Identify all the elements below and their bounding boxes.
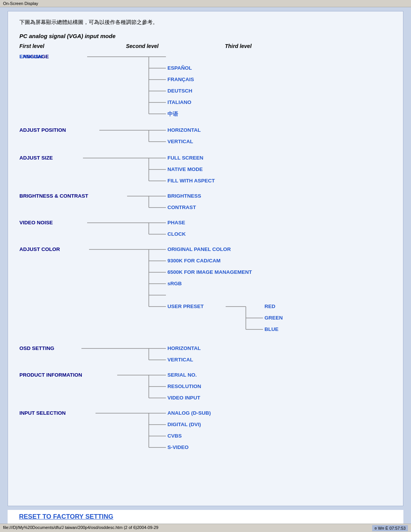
label-serial-no: SERIAL NO. (167, 372, 197, 378)
label-espanol: ESPAÑOL (167, 65, 192, 71)
label-green: GREEN (264, 315, 283, 321)
label-deutsch: DEUTSCH (167, 88, 192, 94)
intro-text: 下圖為屏幕顯示總體結構圖，可為以後作各種調節之參考。 (19, 19, 392, 26)
label-digital-dvi: DIGITAL (DVI) (167, 422, 201, 427)
label-product-info: PRODUCT INFORMATION (19, 372, 82, 378)
label-cvbs: CVBS (167, 433, 182, 439)
label-analog-dsub: ANALOG (D-SUB) (167, 410, 211, 416)
status-info: ¤ W¤ È 07:57:53 (372, 525, 408, 531)
label-contrast: CONTRAST (167, 204, 196, 210)
label-osd-setting: OSD SETTING (19, 345, 54, 351)
label-brightness: BRIGHTNESS (167, 193, 201, 199)
label-horizontal-pos: HORIZONTAL (167, 127, 201, 133)
label-chinese: 中语 (167, 111, 178, 118)
statusbar: file:///D|/My%20Documents/dfu/J taiwan/2… (0, 524, 411, 532)
label-vertical-pos: VERTICAL (167, 139, 193, 144)
main-content: 下圖為屏幕顯示總體結構圖，可為以後作各種調節之參考。 PC analog sig… (8, 11, 403, 506)
titlebar: On-Screen Display (0, 0, 411, 7)
label-blue: BLUE (264, 326, 279, 332)
label-phase: PHASE (167, 220, 185, 225)
status-url: file:///D|/My%20Documents/dfu/J taiwan/2… (3, 525, 158, 531)
header-first: First level (19, 43, 126, 49)
label-brightness-contrast: BRIGHTNESS & CONTRAST (19, 193, 88, 199)
section-title: PC analog signal (VGA) input mode (19, 33, 392, 39)
label-native-mode: NATIVE MODE (167, 166, 203, 172)
label-italiano: ITALIANO (167, 99, 191, 105)
label-vertical-osd: VERTICAL (167, 357, 193, 363)
label-english: ENGLISH (19, 54, 42, 59)
label-resolution: RESOLUTION (167, 383, 201, 389)
label-6500k: 6500K FOR IMAGE MANAGEMENT (167, 269, 252, 275)
reset-section: RESET TO FACTORY SETTING (8, 510, 403, 524)
label-horizontal-osd: HORIZONTAL (167, 345, 201, 351)
level-headers: First level Second level Third level (19, 43, 392, 49)
reset-label: RESET TO FACTORY SETTING (19, 513, 113, 521)
label-video-noise: VIDEO NOISE (19, 220, 53, 225)
label-9300k: 9300K FOR CAD/CAM (167, 258, 221, 264)
header-second: Second level (126, 43, 225, 49)
label-user-preset: USER PRESET (167, 304, 204, 309)
header-third: Third level (225, 43, 301, 49)
label-francais: FRANÇAIS (167, 77, 194, 82)
label-full-screen: FULL SCREEN (167, 155, 203, 161)
label-red: RED (264, 304, 276, 309)
label-adjust-position: ADJUST POSITION (19, 127, 66, 133)
label-adjust-color: ADJUST COLOR (19, 246, 60, 252)
label-input-selection: INPUT SELECTION (19, 410, 66, 416)
label-original-panel: ORIGINAL PANEL COLOR (167, 246, 231, 252)
label-fill-aspect: FILL WITH ASPECT (167, 178, 215, 184)
label-video-input: VIDEO INPUT (167, 395, 200, 401)
label-srgb: sRGB (167, 281, 182, 286)
titlebar-label: On-Screen Display (3, 1, 38, 6)
label-clock: CLOCK (167, 231, 186, 237)
label-adjust-size: ADJUST SIZE (19, 155, 53, 161)
label-svideo: S-VIDEO (167, 444, 189, 450)
